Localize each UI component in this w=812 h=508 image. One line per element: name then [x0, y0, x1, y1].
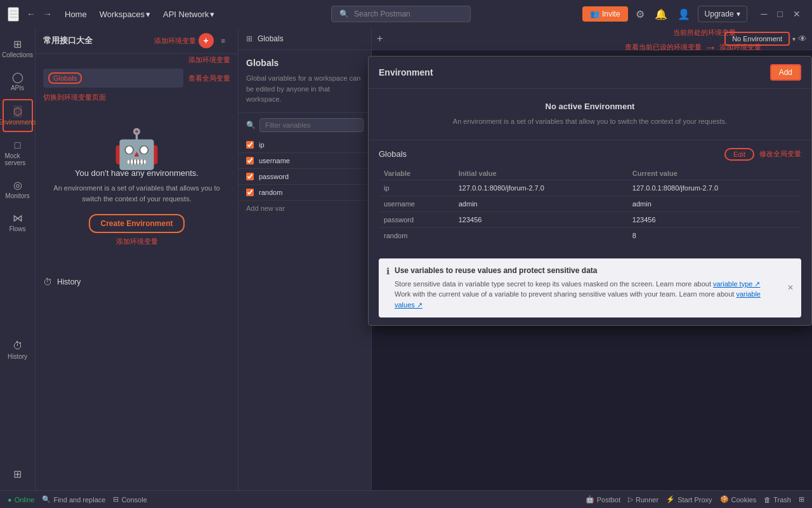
- avatar[interactable]: 👤: [675, 6, 693, 23]
- sidebar-item-monitors[interactable]: ◎ Monitors: [3, 174, 33, 204]
- console-item[interactable]: ⊟ Console: [113, 495, 147, 504]
- trash-icon: 🗑: [764, 496, 771, 504]
- close-button[interactable]: ✕: [789, 8, 804, 20]
- cookies-item[interactable]: 🍪 Cookies: [720, 495, 757, 504]
- no-env-section: 🤖 You don't have any environments. An en…: [36, 105, 238, 272]
- invite-button[interactable]: 👥 Invite: [582, 6, 628, 22]
- var-checkbox-password[interactable]: [246, 173, 254, 180]
- add-environment-button[interactable]: Add: [770, 64, 801, 81]
- table-row: random 8: [379, 227, 801, 243]
- annotation-view-globals: 查看全局变量: [188, 74, 230, 83]
- bottom-bar: ● Online 🔍 Find and replace ⊟ Console 🤖 …: [0, 490, 812, 508]
- sidebar-item-collections[interactable]: ⊞ Collections: [3, 33, 33, 64]
- ip-current: 127.0.0.1:8080/jforum-2.7.0: [627, 180, 801, 196]
- trash-item[interactable]: 🗑 Trash: [764, 496, 791, 504]
- sidebar-item-apis[interactable]: ◯ APIs: [3, 66, 33, 97]
- cookies-icon: 🍪: [720, 495, 729, 504]
- console-icon: ⊟: [113, 495, 119, 504]
- history-label: History: [57, 277, 81, 286]
- info-title: Use variables to reuse values and protec…: [395, 266, 782, 275]
- no-active-env: No active Environment An environment is …: [369, 89, 811, 140]
- right-panel: + 当前所处的环境变量 查看当前已设的环境变量 → 添加环境变量 No Envi…: [372, 28, 812, 490]
- info-banner: ℹ Use variables to reuse values and prot…: [379, 258, 801, 318]
- table-row: random: [239, 185, 371, 201]
- back-button[interactable]: ←: [24, 6, 38, 22]
- annotation-switch-env: 切换到环境变量页面: [43, 93, 106, 101]
- globals-variables-table: Variable Initial value Current value ip …: [379, 167, 801, 243]
- info-text2: Work with the current value of a variabl…: [395, 289, 782, 310]
- no-active-env-desc: An environment is a set of variables tha…: [379, 116, 801, 127]
- var-password: password: [379, 211, 454, 227]
- sidebar-item-label: History: [8, 353, 27, 360]
- sidebar-item-label: Environments: [0, 119, 37, 126]
- env-dropdown-header: Environment Add: [369, 57, 811, 89]
- postbot-item[interactable]: 🤖 Postbot: [586, 495, 620, 504]
- left-panel-header: 常用接口大全 添加环境变量 + ≡: [36, 28, 238, 54]
- globals-section-header: Globals Edit 修改全局变量: [379, 148, 801, 161]
- create-environment-button[interactable]: Create Environment: [89, 214, 184, 233]
- add-variable-row[interactable]: Add new var: [239, 201, 371, 216]
- history-section[interactable]: ⏱ History: [36, 272, 238, 292]
- sidebar-item-environments[interactable]: ⬡ Environments: [3, 99, 33, 132]
- info-close-button[interactable]: ✕: [787, 266, 794, 311]
- grid-bottom-item[interactable]: ⊞: [799, 495, 804, 504]
- sidebar-item-label: Mock servers: [5, 152, 30, 166]
- globals-desc: Global variables for a workspace can be …: [246, 73, 363, 105]
- menu-icon[interactable]: ☰: [8, 7, 19, 22]
- maximize-button[interactable]: □: [774, 8, 787, 20]
- globals-tab[interactable]: ⊞ Globals: [239, 28, 371, 50]
- online-status[interactable]: ● Online: [8, 496, 34, 504]
- globals-nav-item[interactable]: Globals: [43, 69, 183, 88]
- filter-search-icon: 🔍: [246, 121, 256, 130]
- find-replace-item[interactable]: 🔍 Find and replace: [42, 495, 105, 504]
- upgrade-button[interactable]: Upgrade ▾: [698, 6, 747, 22]
- table-row: password: [239, 169, 371, 185]
- environment-dropdown: Environment Add No active Environment An…: [368, 56, 812, 326]
- edit-globals-button[interactable]: Edit: [724, 148, 754, 161]
- random-current: 8: [627, 227, 801, 243]
- filter-variables-input[interactable]: [259, 118, 363, 132]
- var-checkbox-ip[interactable]: [246, 141, 254, 149]
- sidebar-item-flows[interactable]: ⋈ Flows: [3, 207, 33, 237]
- add-tab-button[interactable]: +: [377, 33, 383, 44]
- start-proxy-item[interactable]: ⚡ Start Proxy: [666, 495, 712, 504]
- forward-button[interactable]: →: [41, 6, 55, 22]
- table-row: ip: [239, 137, 371, 153]
- sidebar-item-bottom[interactable]: ⊞: [3, 463, 33, 485]
- username-current: admin: [627, 196, 801, 211]
- api-network-dropdown[interactable]: API Network ▾: [158, 7, 219, 22]
- sidebar-item-mock-servers[interactable]: □ Mock servers: [3, 135, 33, 171]
- variable-type-link[interactable]: variable type ↗: [713, 280, 760, 288]
- settings-icon[interactable]: ⚙: [633, 6, 647, 23]
- home-link[interactable]: Home: [60, 7, 92, 22]
- notifications-icon[interactable]: 🔔: [652, 6, 670, 23]
- sidebar-item-history[interactable]: ⏱ History: [3, 335, 33, 365]
- var-random: random: [379, 227, 454, 243]
- search-icon: 🔍: [339, 10, 349, 18]
- right-top-bar: + 当前所处的环境变量 查看当前已设的环境变量 → 添加环境变量 No Envi…: [372, 28, 812, 50]
- env-dropdown-title: Environment: [379, 67, 433, 77]
- globals-label: Globals: [48, 72, 82, 84]
- globals-info: Globals Global variables for a workspace…: [239, 50, 371, 112]
- runner-item[interactable]: ▷ Runner: [628, 495, 658, 504]
- sidebar-item-label: Monitors: [5, 192, 29, 199]
- sidebar-item-label: Collections: [2, 51, 33, 58]
- var-name-random: random: [259, 189, 363, 196]
- ip-initial: 127.0.0.1:8080/jforum-2.7.0: [454, 180, 627, 196]
- table-row: username admin admin: [379, 196, 801, 211]
- middle-panel: ⊞ Globals Globals Global variables for a…: [239, 28, 372, 490]
- search-box[interactable]: 🔍 Search Postman: [331, 6, 471, 22]
- var-checkbox-random[interactable]: [246, 189, 254, 196]
- password-initial: 123456: [454, 211, 627, 227]
- list-icon-button[interactable]: ≡: [216, 33, 230, 48]
- var-checkbox-username[interactable]: [246, 157, 254, 164]
- collections-icon: ⊞: [13, 38, 22, 50]
- minimize-button[interactable]: ─: [757, 8, 771, 20]
- env-eye-button[interactable]: 👁: [798, 34, 807, 44]
- left-panel: 常用接口大全 添加环境变量 + ≡ 添加环境变量 Globals 查看全局变量 …: [36, 28, 239, 490]
- apis-icon: ◯: [12, 71, 23, 83]
- table-row: username: [239, 153, 371, 169]
- robot-illustration: 🤖: [48, 130, 225, 168]
- workspaces-dropdown[interactable]: Workspaces ▾: [95, 7, 155, 22]
- new-button[interactable]: +: [199, 33, 214, 48]
